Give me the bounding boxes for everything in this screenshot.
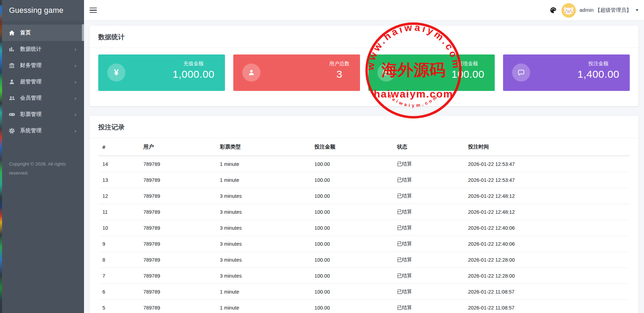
table-cell: 2026-01-22 12:28:00 (464, 252, 630, 268)
table-header: 用户 (139, 138, 216, 156)
bet-records-title: 投注记录 (90, 116, 638, 138)
table-cell: 已结算 (393, 236, 464, 252)
table-cell: 3 minutes (216, 236, 310, 252)
table-cell: 2026-01-22 12:53:47 (464, 156, 630, 172)
stat-card-bets: 投注金额 1,400.00 (503, 54, 630, 91)
sidebar-menu: 首页 数据统计 › 财务管理 › 超管管理 › (2, 21, 84, 139)
stat-label: 用户总数 (329, 60, 350, 67)
hamburger-icon[interactable] (90, 7, 98, 14)
table-cell: 2026-01-22 12:48:12 (464, 188, 630, 204)
chevron-right-icon: › (75, 79, 78, 84)
table-cell: 2026-01-22 12:53:47 (464, 172, 630, 188)
table-header: 投注金额 (310, 138, 393, 156)
yen-icon: ¥ (107, 64, 125, 82)
table-header: 状态 (393, 138, 464, 156)
table-cell: 14 (98, 156, 139, 172)
table-row: 127897893 minutes100.00已结算2026-01-22 12:… (98, 188, 630, 204)
bet-records-panel: 投注记录 # 用户 彩票类型 投注金额 状态 投注时间 147897891 mi… (90, 116, 638, 313)
sidebar-item-lottery[interactable]: 彩票管理 › (2, 106, 84, 122)
sidebar-scrollbar[interactable] (82, 24, 84, 41)
table-cell: 已结算 (393, 268, 464, 284)
table-cell: 100.00 (310, 220, 393, 236)
chevron-right-icon: › (75, 95, 78, 101)
user-dropdown[interactable]: admin 【超级管理员】 (561, 3, 638, 18)
table-cell: 6 (98, 284, 139, 300)
chevron-right-icon: › (75, 112, 78, 117)
table-cell: 100.00 (310, 284, 393, 300)
sidebar: Guessing game 首页 数据统计 › 财务管理 › (2, 0, 84, 313)
users-icon (8, 95, 16, 101)
sidebar-item-home[interactable]: 首页 (2, 25, 84, 41)
table-cell: 789789 (139, 220, 216, 236)
table-cell: 1 minute (216, 156, 310, 172)
table-cell: 5 (98, 300, 139, 313)
sidebar-item-label: 财务管理 (20, 62, 75, 69)
pig-avatar (561, 3, 576, 18)
table-cell: 已结算 (393, 300, 464, 313)
bank-icon (8, 62, 16, 69)
gamepad-icon (8, 111, 16, 118)
table-cell: 2026-01-22 12:40:06 (464, 236, 630, 252)
table-row: 117897893 minutes100.00已结算2026-01-22 12:… (98, 204, 630, 220)
comment-icon (512, 64, 530, 82)
sidebar-item-label: 超管管理 (20, 78, 75, 85)
chevron-right-icon: › (75, 63, 78, 68)
table-cell: 已结算 (393, 172, 464, 188)
username-label: admin 【超级管理员】 (579, 7, 632, 14)
caret-down-icon (636, 9, 638, 11)
palette-icon[interactable] (550, 7, 557, 14)
chevron-right-icon: › (75, 128, 78, 133)
bet-table: # 用户 彩票类型 投注金额 状态 投注时间 147897891 minute1… (98, 138, 630, 313)
sidebar-item-members[interactable]: 会员管理 › (2, 90, 84, 106)
sidebar-item-finance[interactable]: 财务管理 › (2, 57, 84, 74)
table-header: # (98, 138, 139, 156)
table-cell: 789789 (139, 172, 216, 188)
table-row: 57897891 minute100.00已结算2026-01-22 11:08… (98, 300, 630, 313)
table-cell: 12 (98, 188, 139, 204)
sidebar-item-label: 数据统计 (20, 46, 75, 52)
table-row: 147897891 minute100.00已结算2026-01-22 12:5… (98, 156, 630, 172)
table-cell: 100.00 (310, 268, 393, 284)
stat-value: 3 (336, 68, 342, 80)
sidebar-item-label: 首页 (20, 29, 78, 36)
table-cell: 3 minutes (216, 204, 310, 220)
table-cell: 789789 (139, 284, 216, 300)
desktop-edge-strip (0, 0, 2, 313)
gear-icon (8, 128, 16, 134)
sidebar-item-stats[interactable]: 数据统计 › (2, 41, 84, 57)
table-cell: 2026-01-22 11:08:57 (464, 300, 630, 313)
table-row: 87897893 minutes100.00已结算2026-01-22 12:2… (98, 252, 630, 268)
table-header: 彩票类型 (216, 138, 310, 156)
user-icon (8, 79, 16, 85)
stat-value: 1,400.00 (577, 68, 619, 80)
table-cell: 2026-01-22 11:08:57 (464, 284, 630, 300)
bar-chart-icon (8, 46, 16, 52)
table-cell: 1 minute (216, 300, 310, 313)
table-cell: 8 (98, 252, 139, 268)
table-cell: 100.00 (310, 156, 393, 172)
chevron-right-icon: › (75, 46, 78, 52)
stat-label: 提现金额 (458, 60, 478, 67)
stat-value: 100.00 (451, 68, 484, 80)
table-header-row: # 用户 彩票类型 投注金额 状态 投注时间 (98, 138, 630, 156)
sidebar-item-system[interactable]: 系统管理 › (2, 122, 84, 139)
stat-label: 投注金额 (588, 60, 609, 67)
table-cell: 2026-01-22 12:28:00 (464, 268, 630, 284)
stat-value: 1,000.00 (173, 68, 215, 80)
table-cell: 3 minutes (216, 188, 310, 204)
top-navbar: admin 【超级管理员】 (84, 0, 644, 21)
table-cell: 789789 (139, 188, 216, 204)
stat-cards: ¥ 充值金额 1,000.00 用户总数 3 (98, 54, 630, 91)
table-cell: 已结算 (393, 204, 464, 220)
home-icon (8, 30, 16, 36)
sidebar-item-admins[interactable]: 超管管理 › (2, 74, 84, 90)
table-row: 97897893 minutes100.00已结算2026-01-22 12:4… (98, 236, 630, 252)
table-cell: 100.00 (310, 204, 393, 220)
table-cell: 2026-01-22 12:40:06 (464, 220, 630, 236)
table-cell: 1 minute (216, 172, 310, 188)
table-cell: 100.00 (310, 236, 393, 252)
table-cell: 已结算 (393, 220, 464, 236)
table-cell: 11 (98, 204, 139, 220)
table-cell: 100.00 (310, 172, 393, 188)
table-row: 137897891 minute100.00已结算2026-01-22 12:5… (98, 172, 630, 188)
